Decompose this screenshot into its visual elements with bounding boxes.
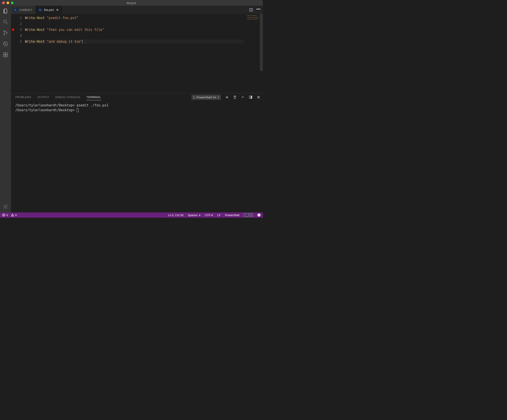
close-panel-icon[interactable] (257, 96, 260, 99)
svg-rect-8 (3, 55, 5, 57)
svg-point-0 (4, 20, 6, 23)
explorer-icon[interactable] (2, 8, 8, 14)
svg-rect-7 (6, 53, 8, 55)
terminal-picker[interactable]: 1: PowerShell Int ▲▼ (191, 95, 221, 100)
settings-gear-icon[interactable] (2, 204, 8, 210)
terminal-line: /Users/tylerleonhardt/Desktop> (15, 108, 260, 113)
titlebar: foo.ps1 (0, 0, 263, 6)
search-icon[interactable] (2, 19, 8, 25)
status-bar: 0 0 Ln 5, Col 30 Spaces: 4 UTF-8 LF Powe… (0, 212, 263, 218)
status-warnings[interactable]: 0 (11, 213, 17, 217)
split-editor-icon[interactable] (249, 8, 253, 12)
tab-foo-ps1[interactable]: >_ foo.ps1 (36, 6, 62, 14)
close-tab-icon[interactable] (56, 8, 59, 11)
svg-rect-14 (251, 96, 252, 98)
stepper-icon: ▲▼ (218, 96, 219, 99)
new-terminal-icon[interactable] (225, 96, 229, 99)
status-errors[interactable]: 0 (2, 213, 8, 217)
terminal-body[interactable]: /Users/tylerleonhardt/Desktop> psedit ./… (11, 101, 263, 212)
extensions-icon[interactable] (2, 52, 8, 58)
terminal-picker-label: 1: PowerShell Int (193, 96, 216, 99)
minimap[interactable] (247, 15, 259, 20)
activity-bar (0, 6, 11, 212)
terminal-cursor (77, 108, 79, 112)
panel-tab-problems[interactable]: PROBLEMS (15, 96, 31, 99)
status-indentation[interactable]: Spaces: 4 (188, 213, 200, 217)
svg-point-18 (257, 213, 261, 217)
panel: PROBLEMS OUTPUT DEBUG CONSOLE TERMINAL 1… (11, 93, 263, 212)
scrollbar-thumb[interactable] (260, 14, 263, 71)
panel-tab-output[interactable]: OUTPUT (37, 96, 49, 99)
code-line[interactable]: 2 (11, 21, 263, 27)
svg-point-3 (6, 32, 7, 33)
svg-point-19 (258, 214, 259, 215)
svg-point-10 (5, 206, 6, 208)
svg-point-1 (4, 31, 5, 32)
line-number: 4 (15, 34, 25, 38)
editor-scrollbar[interactable] (260, 14, 263, 93)
status-language-mode[interactable]: PowerShell (225, 213, 239, 217)
line-number: 1 (15, 16, 25, 20)
code-line[interactable]: 5 Write-Host "and debug it too" (11, 39, 263, 44)
close-window-icon[interactable] (2, 1, 5, 4)
status-encoding[interactable]: UTF-8 (205, 213, 213, 217)
code-line[interactable]: 3 Write-Host "then you can edit this fil… (11, 27, 263, 33)
code-line[interactable]: 1 Write-Host "psedit foo.ps1" (11, 15, 263, 21)
svg-point-2 (4, 34, 5, 35)
terminal-line: /Users/tylerleonhardt/Desktop> psedit ./… (15, 103, 260, 108)
powershell-file-icon: >_ (39, 8, 42, 12)
powershell-file-icon: >_ (14, 8, 18, 12)
svg-point-5 (5, 43, 7, 45)
window-controls (2, 1, 14, 4)
status-powershell-version[interactable]: >_6.0 (244, 213, 253, 217)
source-control-icon[interactable] (2, 30, 8, 36)
editor[interactable]: 1 Write-Host "psedit foo.ps1" 2 3 Write-… (11, 14, 263, 93)
status-feedback-icon[interactable] (257, 213, 261, 217)
code-line[interactable]: 4 (11, 33, 263, 39)
status-eol[interactable]: LF (217, 213, 221, 217)
svg-point-17 (12, 216, 13, 216)
window-title: foo.ps1 (0, 1, 263, 5)
panel-tab-terminal[interactable]: TERMINAL (86, 96, 101, 100)
ps-prompt-icon: >_ (245, 213, 248, 217)
tab-label: Untitled-1 (19, 8, 32, 12)
kill-terminal-icon[interactable] (233, 96, 237, 99)
status-cursor-position[interactable]: Ln 5, Col 30 (168, 213, 183, 217)
text-cursor (82, 40, 83, 44)
line-number: 5 (15, 39, 25, 44)
svg-point-20 (260, 214, 260, 215)
line-number: 3 (15, 28, 25, 32)
tab-untitled-1[interactable]: >_ Untitled-1 (11, 6, 36, 14)
more-actions-icon[interactable]: ••• (256, 8, 260, 12)
tab-label: foo.ps1 (44, 8, 54, 12)
debug-icon[interactable] (2, 41, 8, 47)
svg-rect-9 (6, 55, 8, 57)
minimize-window-icon[interactable] (7, 1, 9, 4)
svg-rect-6 (3, 53, 5, 55)
zoom-window-icon[interactable] (11, 1, 14, 4)
line-number: 2 (15, 22, 25, 26)
panel-tab-debug-console[interactable]: DEBUG CONSOLE (55, 96, 80, 99)
breakpoint-icon[interactable] (12, 28, 14, 31)
maximize-panel-icon[interactable] (249, 96, 252, 99)
editor-tab-bar: >_ Untitled-1 >_ foo.ps1 ••• (11, 6, 263, 14)
panel-chevron-up-icon[interactable] (241, 96, 245, 99)
